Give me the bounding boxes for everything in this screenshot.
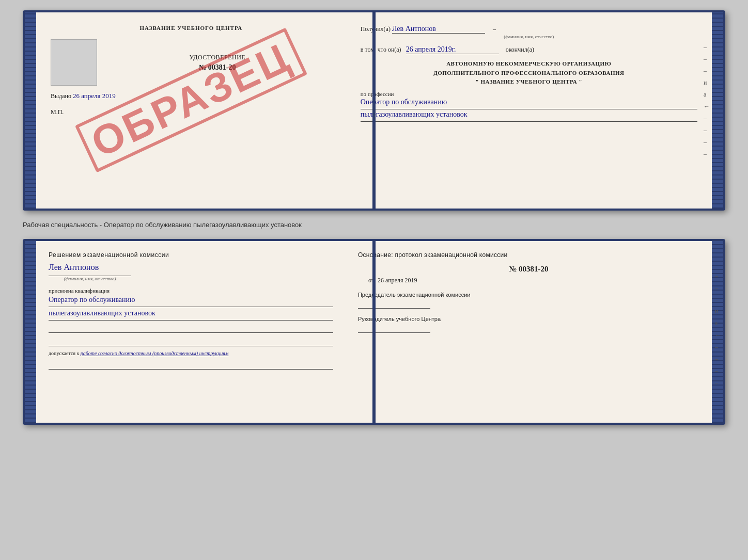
okonchil-label: окончил(а) xyxy=(506,46,534,53)
bottom-cert-right-page: Основание: протокол экзаменационной коми… xyxy=(346,241,712,423)
rukovoditel-signature-line xyxy=(358,332,430,333)
top-cert-right-page: Получил(а) Лев Антпонов – (фамилия, имя,… xyxy=(346,12,712,209)
poluchil-label: Получил(а) xyxy=(361,25,391,33)
prisvoena-label: присвоена квалификация xyxy=(49,287,333,294)
vydano-line: Выдано 26 апреля 2019 xyxy=(51,92,332,100)
bottom-right-side-dashes: – – – и а ← – – – – xyxy=(715,272,721,387)
blank-line-1 xyxy=(49,323,333,333)
ot-label: от xyxy=(368,277,374,284)
document-container: НАЗВАНИЕ УЧЕБНОГО ЦЕНТРА УДОСТОВЕРЕНИЕ №… xyxy=(23,10,725,425)
mp-label: М.П. xyxy=(51,108,64,116)
po-professii-label: по профессии xyxy=(361,91,697,97)
dopuskaetsya-block: допускается к работе согласно должностны… xyxy=(49,350,333,356)
dopuskaetsya-italic: работе согласно должностным (производств… xyxy=(81,350,228,356)
profession-line2: пылегазоулавливающих установок xyxy=(361,110,697,122)
predsedatel-label: Председатель экзаменационной комиссии xyxy=(358,292,699,298)
org-line1: АВТОНОМНУЮ НЕКОММЕРЧЕСКУЮ ОРГАНИЗАЦИЮ xyxy=(361,59,697,69)
udostoverenie-number: № 00381-20 xyxy=(103,63,332,72)
seal-area: УДОСТОВЕРЕНИЕ № 00381-20 xyxy=(51,39,332,86)
predsedatel-signature-line xyxy=(358,308,430,309)
qualification-line1: Оператор по обслуживанию xyxy=(49,296,333,307)
udostoverenie-title: УДОСТОВЕРЕНИЕ xyxy=(103,54,332,61)
vydano-date: 26 апреля 2019 xyxy=(73,92,116,100)
poluchil-line: Получил(а) Лев Антпонов – (фамилия, имя,… xyxy=(361,25,697,39)
rukovoditel-label: Руководитель учебного Центра xyxy=(358,316,699,322)
org-line3: " НАЗВАНИЕ УЧЕБНОГО ЦЕНТРА " xyxy=(361,77,697,87)
protocol-number: № 00381-20 xyxy=(358,265,699,274)
qualification-lines: Оператор по обслуживанию пылегазоулавлив… xyxy=(49,296,333,346)
v-tom-line: в том, что он(а) 26 апреля 2019г. окончи… xyxy=(361,45,697,54)
ot-date-value: 26 апреля 2019 xyxy=(378,277,417,284)
vydano-label: Выдано xyxy=(51,92,71,100)
top-cert-left-page: НАЗВАНИЕ УЧЕБНОГО ЦЕНТРА УДОСТОВЕРЕНИЕ №… xyxy=(36,12,346,209)
org-line2: ДОПОЛНИТЕЛЬНОГО ПРОФЕССИОНАЛЬНОГО ОБРАЗО… xyxy=(361,69,697,78)
bottom-cert-left-page: Решением экзаменационной комиссии Лев Ан… xyxy=(36,241,346,423)
bottom-name-value: Лев Антпонов xyxy=(49,263,333,272)
osnovanie-label: Основание: протокол экзаменационной коми… xyxy=(358,251,699,259)
binding-right xyxy=(712,12,723,209)
poluchil-value: Лев Антпонов xyxy=(392,25,485,34)
profession-line1: Оператор по обслуживанию xyxy=(361,98,697,109)
top-certificate: НАЗВАНИЕ УЧЕБНОГО ЦЕНТРА УДОСТОВЕРЕНИЕ №… xyxy=(23,10,725,211)
v-tom-date: 26 апреля 2019г. xyxy=(406,45,499,54)
mp-line: М.П. xyxy=(51,108,332,116)
bottom-binding-left xyxy=(25,241,36,423)
ot-date: от 26 апреля 2019 xyxy=(358,277,699,284)
blank-line-2 xyxy=(49,336,333,346)
decision-title: Решением экзаменационной комиссии xyxy=(49,251,333,259)
binding-left xyxy=(25,12,36,209)
bottom-fio-sublabel: (фамилия, имя, отчество) xyxy=(49,276,131,281)
blank-line-3 xyxy=(49,359,333,370)
between-text: Рабочая специальность - Оператор по обсл… xyxy=(23,219,725,231)
seal-placeholder xyxy=(51,39,97,86)
org-block: АВТОНОМНУЮ НЕКОММЕРЧЕСКУЮ ОРГАНИЗАЦИЮ ДО… xyxy=(361,59,697,87)
qualification-line2: пылегазоулавливающих установок xyxy=(49,309,333,321)
v-tom-label: в том, что он(а) xyxy=(361,46,401,53)
fio-sublabel: (фамилия, имя, отчество) xyxy=(361,34,697,39)
right-side-dashes: – – – и а ← – – – – xyxy=(704,43,710,158)
top-cert-school-name: НАЗВАНИЕ УЧЕБНОГО ЦЕНТРА xyxy=(51,25,332,31)
dopuskaetsya-prefix: допускается к xyxy=(49,350,79,356)
udostoverenie-block: УДОСТОВЕРЕНИЕ № 00381-20 xyxy=(103,54,332,72)
bottom-certificate: Решением экзаменационной комиссии Лев Ан… xyxy=(23,239,725,425)
